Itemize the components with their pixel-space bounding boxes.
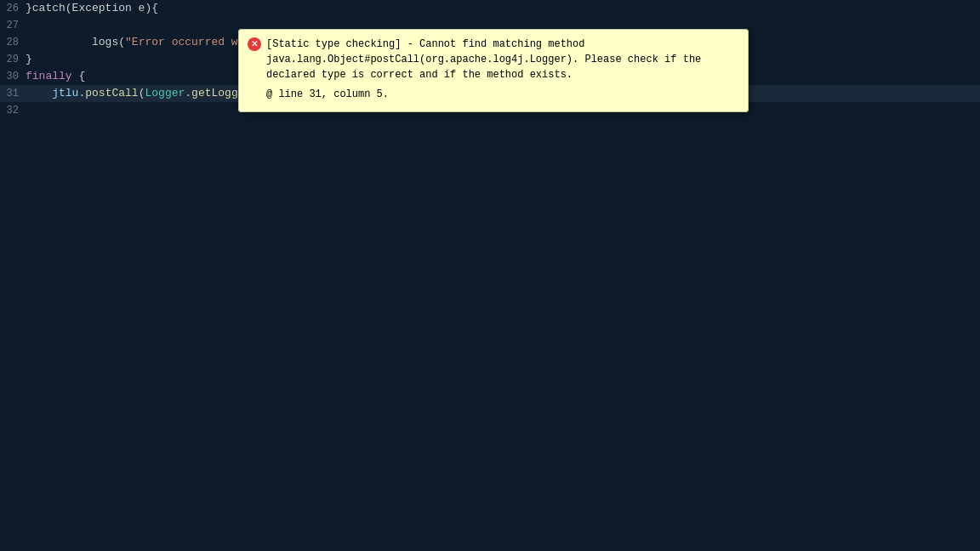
code-line-27: 27 logs("Error occurred while de [Static… [0,17,980,34]
line-number-30: 30 [0,68,26,85]
line-number-28: 28 [0,34,26,51]
line-content-26: }catch(Exception e){ [26,0,158,17]
tooltip-header: [Static type checking] - Cannot find mat… [248,37,739,82]
code-line-26: 26 }catch(Exception e){ [0,0,980,17]
line-number-32: 32 [0,102,26,119]
tooltip-line3: declared type is correct and if the meth… [266,69,573,81]
tooltip-text: [Static type checking] - Cannot find mat… [266,37,701,82]
tooltip-line1: [Static type checking] - Cannot find mat… [266,38,584,50]
line-number-26: 26 [0,0,26,17]
error-tooltip: [Static type checking] - Cannot find mat… [238,29,749,112]
code-editor: 26 }catch(Exception e){ 27 logs("Error o… [0,0,980,551]
line-number-29: 29 [0,51,26,68]
line-number-31: 31 [0,85,26,102]
line-content-29: } [26,51,32,68]
error-icon [248,37,261,51]
tooltip-location: @ line 31, column 5. [248,86,739,103]
tooltip-line2: java.lang.Object#postCall(org.apache.log… [266,54,701,65]
line-number-27: 27 [0,17,26,34]
line-content-30: finally { [26,68,85,85]
